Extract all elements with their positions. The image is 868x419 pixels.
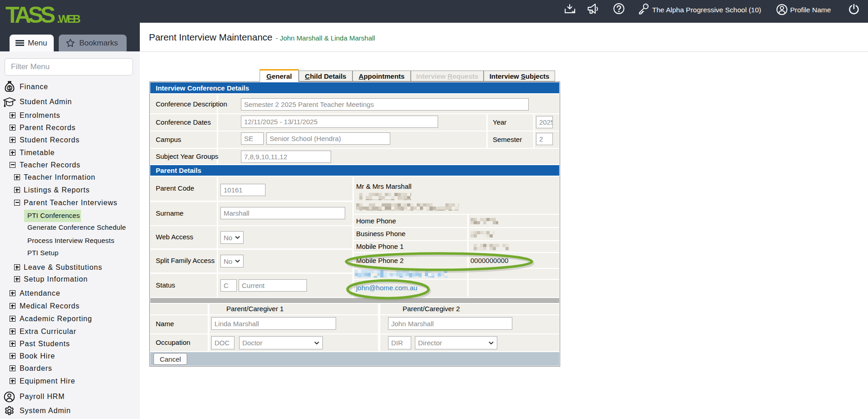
svg-text:TASS: TASS: [5, 2, 56, 27]
svg-text:.WEB: .WEB: [57, 13, 81, 25]
svg-text:$: $: [8, 86, 11, 91]
svg-text:Profile Name: Profile Name: [790, 6, 831, 14]
svg-text:The Alpha Progressive School (: The Alpha Progressive School (10): [652, 6, 761, 14]
